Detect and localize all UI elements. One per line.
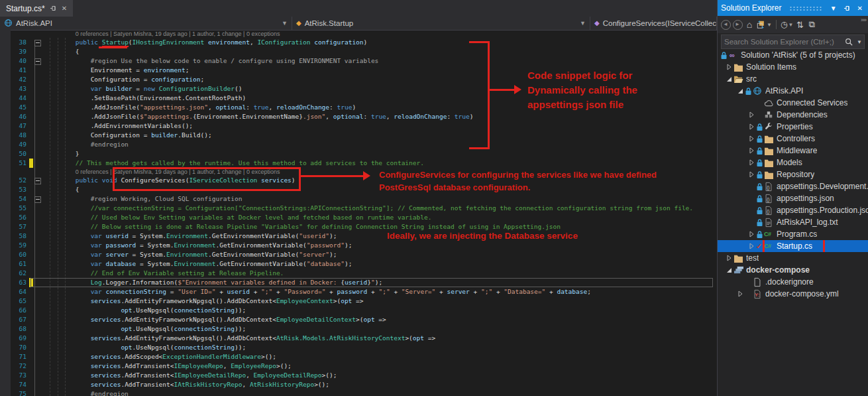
tree-item-connected-services[interactable]: Connected Services [718, 97, 868, 109]
code-line[interactable]: 74 services.AddTransient<IAtRiskHistoryR… [0, 380, 717, 389]
expander-collapsed-icon[interactable] [747, 243, 756, 249]
tree-item-middleware[interactable]: Middleware [718, 145, 868, 157]
breakpoint-margin[interactable] [0, 94, 11, 103]
search-options-icon[interactable]: ▼ [855, 39, 864, 45]
breakpoint-margin[interactable] [0, 287, 11, 297]
switch-views-button[interactable]: ▼ [756, 19, 772, 31]
code-line[interactable]: 46 .AddJsonFile($"appsettings.{Environme… [0, 112, 717, 121]
tree-item-appsettings-json[interactable]: {}appsettings.json [718, 192, 868, 204]
breakpoint-margin[interactable] [0, 168, 11, 176]
code-line[interactable]: 57 // Below setting is done at Release P… [0, 222, 717, 231]
breakpoint-margin[interactable] [0, 334, 11, 343]
search-icon[interactable] [843, 38, 855, 46]
tab-startup-cs[interactable]: Startup.cs* ✕ [0, 0, 73, 17]
breakpoint-margin[interactable] [0, 159, 11, 168]
breakpoint-margin[interactable] [0, 103, 11, 112]
code-line[interactable]: 62 // End of Env Variable setting at Rel… [0, 269, 717, 278]
breakpoint-margin[interactable] [0, 149, 11, 159]
breakpoint-margin[interactable] [0, 231, 11, 241]
breakpoint-margin[interactable] [0, 204, 11, 213]
breakpoint-margin[interactable] [0, 75, 11, 84]
code-line[interactable]: 71 services.AddScoped<ExceptionHandlerMi… [0, 352, 717, 362]
expander-collapsed-icon[interactable] [747, 135, 756, 142]
back-button[interactable]: ◄ [720, 19, 731, 31]
pending-changes-filter-button[interactable]: ◷▼ [781, 19, 793, 31]
expander-expanded-icon[interactable] [724, 76, 733, 82]
code-line[interactable]: 43 var builder = new ConfigurationBuilde… [0, 84, 717, 94]
code-line[interactable]: 58 var userid = System.Environment.GetEn… [0, 231, 717, 241]
pin-icon[interactable] [50, 5, 57, 12]
breakpoint-margin[interactable] [0, 297, 11, 306]
code-line[interactable]: 64 var connectionString = "User ID=" + u… [0, 287, 717, 297]
code-line[interactable]: 40 #region Use the below code to enable … [0, 56, 717, 66]
code-line[interactable]: 39 { [0, 47, 717, 56]
tree-item-program-cs[interactable]: C#Program.cs [718, 228, 868, 240]
codelens-text[interactable]: 0 references | Satyen Mishra, 19 days ag… [42, 168, 280, 176]
tree-item-atrisk-api[interactable]: AtRisk.API [718, 85, 868, 97]
breakpoint-margin[interactable] [0, 66, 11, 75]
codelens-text[interactable]: 0 references | Satyen Mishra, 19 days ag… [42, 30, 280, 38]
tree-item-properties[interactable]: Properties [718, 121, 868, 133]
breakpoint-margin[interactable] [0, 269, 11, 278]
collapse-box-icon[interactable] [34, 196, 41, 203]
code-line[interactable]: 48 Configuration = builder.Build(); [0, 131, 717, 140]
tree-item-models[interactable]: Models [718, 157, 868, 168]
expander-expanded-icon[interactable] [724, 267, 733, 273]
collapse-box-icon[interactable] [34, 58, 41, 65]
tree-item-controllers[interactable]: Controllers [718, 133, 868, 145]
tree-item-dockerignore[interactable]: .dockerignore [718, 276, 868, 288]
tree-item-appsettings-production-json[interactable]: {}appsettings.Production.json [718, 204, 868, 216]
tree-item-solution-atrisk-5-of-5-projects[interactable]: ∞Solution 'AtRisk' (5 of 5 projects) [718, 49, 868, 61]
code-line[interactable]: 73 services.AddTransient<IEmployeeDetail… [0, 371, 717, 380]
code-line[interactable]: 47 .AddEnvironmentVariables(); [0, 121, 717, 131]
code-line[interactable]: 67 services.AddEntityFrameworkNpgsql().A… [0, 315, 717, 324]
breakpoint-margin[interactable] [0, 362, 11, 371]
code-line[interactable]: 45 .AddJsonFile("appsettings.json", opti… [0, 103, 717, 112]
breakpoint-margin[interactable] [0, 222, 11, 231]
expander-collapsed-icon[interactable] [747, 159, 756, 166]
code-line[interactable]: 44 .SetBasePath(Environment.ContentRootP… [0, 94, 717, 103]
breakpoint-margin[interactable] [0, 306, 11, 315]
collapse-all-button[interactable]: ⧉ [806, 19, 817, 31]
member-dropdown[interactable]: ◆ ConfigureServices(IServiceCollectio [590, 17, 717, 30]
code-line[interactable]: 38 public Startup(IHostingEnvironment en… [0, 38, 717, 47]
breakpoint-margin[interactable] [0, 121, 11, 131]
tree-item-test[interactable]: test [718, 252, 868, 264]
expander-expanded-icon[interactable] [735, 88, 745, 94]
breakpoint-margin[interactable] [0, 176, 11, 185]
codelens-row[interactable]: 0 references | Satyen Mishra, 19 days ag… [0, 168, 717, 176]
collapse-box-icon[interactable] [34, 178, 41, 184]
breakpoint-margin[interactable] [0, 259, 11, 269]
home-button[interactable]: ⌂ [744, 19, 755, 31]
code-line[interactable]: 52 public void ConfigureServices(IServic… [0, 176, 717, 185]
breakpoint-margin[interactable] [0, 324, 11, 334]
codelens-row[interactable]: 0 references | Satyen Mishra, 19 days ag… [0, 30, 717, 38]
code-line[interactable]: 65 services.AddEntityFrameworkNpgsql().A… [0, 297, 717, 306]
code-line[interactable]: 56 // Used below Env Setting variables a… [0, 213, 717, 222]
toolbar-overflow-icon[interactable]: »» [861, 17, 866, 23]
sync-with-active-document-button[interactable]: ⇅ [794, 19, 805, 31]
class-dropdown[interactable]: ◆ AtRisk.Startup ▼ [292, 17, 590, 30]
breakpoint-margin[interactable] [0, 84, 11, 94]
breakpoint-margin[interactable] [0, 352, 11, 362]
breakpoint-margin[interactable] [0, 30, 11, 38]
search-input[interactable] [722, 38, 843, 46]
forward-button[interactable]: ► [732, 19, 743, 31]
tree-item-startup-cs[interactable]: ✓C#Startup.cs [718, 240, 868, 252]
tree-item-solution-items[interactable]: Solution Items [718, 61, 868, 73]
code-line[interactable]: 42 Configuration = configuration; [0, 75, 717, 84]
code-line[interactable]: 72 services.AddTransient<IEmployeeRepo, … [0, 362, 717, 371]
breakpoint-margin[interactable] [0, 213, 11, 222]
code-line[interactable]: 55 //var connectionString = Configuratio… [0, 204, 717, 213]
expander-collapsed-icon[interactable] [747, 231, 756, 237]
breakpoint-margin[interactable] [0, 371, 11, 380]
window-menu-icon[interactable]: ▼ [828, 5, 839, 12]
breakpoint-margin[interactable] [0, 241, 11, 250]
close-icon[interactable]: ✕ [62, 5, 67, 12]
code-line[interactable]: 75 #endregion [0, 389, 717, 396]
close-icon[interactable]: ✕ [855, 5, 865, 12]
breakpoint-margin[interactable] [0, 380, 11, 389]
breakpoint-margin[interactable] [0, 38, 11, 47]
collapse-box-icon[interactable] [34, 40, 41, 46]
solution-explorer-titlebar[interactable]: Solution Explorer ▼ ✕ [718, 0, 868, 16]
